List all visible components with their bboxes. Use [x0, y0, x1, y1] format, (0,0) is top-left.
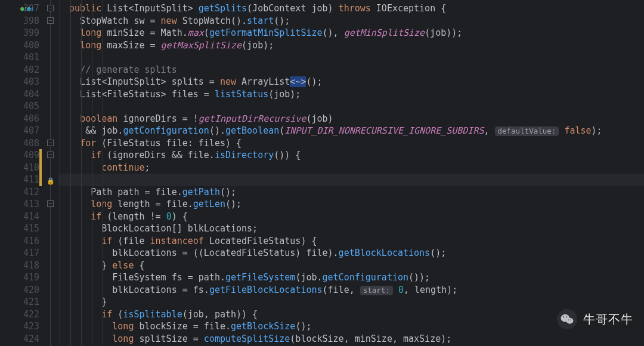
code-token: getLen [193, 199, 225, 209]
indent-guide [70, 0, 71, 346]
code-line[interactable] [58, 51, 644, 64]
vcs-change-markers[interactable]: ●↑●↓ [20, 3, 34, 16]
line-number[interactable]: 414 [0, 211, 39, 223]
line-number[interactable]: 401 [0, 51, 39, 64]
code-token: && job. [58, 125, 123, 136]
watermark: 牛哥不牛 [557, 309, 633, 329]
line-number[interactable]: 422 [0, 308, 39, 321]
line-number[interactable]: 410 [0, 162, 39, 174]
code-token: (job); [242, 40, 274, 51]
line-number[interactable]: 413 [0, 198, 39, 211]
vcs-incoming-icon[interactable]: ●↑ [20, 5, 27, 13]
code-token: getMaxSplitSize [161, 40, 242, 51]
line-number[interactable]: 399 [0, 27, 39, 39]
line-number[interactable]: 421 [0, 296, 39, 308]
code-line[interactable]: } else { [58, 260, 644, 272]
code-token: continue [101, 162, 144, 173]
code-line[interactable]: blkLocations = ((LocatedFileStatus) file… [58, 247, 644, 260]
code-line[interactable]: List<FileStatus> files = listStatus(job)… [58, 88, 644, 101]
code-token [58, 211, 91, 222]
code-line[interactable] [58, 100, 644, 113]
code-token: blkLocations = ((LocatedFileStatus) file… [58, 248, 339, 258]
code-line[interactable]: if (ignoreDirs && file.isDirectory()) { [58, 149, 644, 162]
code-token: throws [339, 3, 376, 14]
line-number[interactable]: 409 [0, 149, 39, 162]
code-editor[interactable]: ●↑●↓ 39739839940040140240340440540640740… [0, 0, 644, 346]
code-token: long [112, 321, 139, 332]
code-token: getPath [182, 187, 220, 197]
line-number[interactable]: 400 [0, 39, 39, 52]
line-number[interactable]: 411 [0, 174, 39, 186]
line-number[interactable]: 424 [0, 333, 39, 345]
vcs-outgoing-icon[interactable]: ●↓ [27, 5, 33, 13]
line-number[interactable]: 419 [0, 271, 39, 284]
code-line[interactable]: continue; [58, 162, 644, 174]
code-line[interactable]: FileSystem fs = path.getFileSystem(job.g… [58, 271, 644, 284]
code-line[interactable]: // generate splits [58, 64, 644, 76]
line-number[interactable]: 415 [0, 223, 39, 235]
code-token: ( [279, 125, 284, 136]
svg-point-4 [568, 320, 569, 321]
code-line[interactable]: long blockSize = file.getBlockSize(); [58, 320, 644, 333]
code-line[interactable]: BlockLocation[] blkLocations; [58, 223, 644, 235]
line-number[interactable]: 420 [0, 284, 39, 296]
code-token: 0 [166, 211, 172, 222]
code-token: long [112, 333, 139, 344]
lock-icon: 🔒 [47, 175, 55, 188]
code-line[interactable]: Path path = file.getPath(); [58, 186, 644, 199]
param-hint: defaultValue: [495, 126, 559, 136]
line-number[interactable]: 407 [0, 125, 39, 137]
code-token: (); [225, 199, 242, 209]
code-line[interactable]: blkLocations = fs.getFileBlockLocations(… [58, 284, 644, 296]
code-line[interactable]: long minSize = Math.max(getFormatMinSpli… [58, 27, 644, 39]
fold-toggle[interactable]: − [47, 5, 54, 11]
line-number[interactable]: 406 [0, 113, 39, 125]
code-token: ()); [408, 272, 430, 283]
fold-toggle[interactable]: − [47, 140, 54, 146]
code-token [58, 113, 80, 124]
code-token: List<FileStatus> files = [58, 89, 215, 100]
code-token: (job. [295, 272, 322, 283]
code-token: computeSplitSize [204, 333, 290, 344]
line-number[interactable]: 416 [0, 235, 39, 248]
line-number[interactable]: 405 [0, 100, 39, 113]
fold-toggle[interactable]: − [47, 200, 54, 207]
code-area[interactable]: public List<InputSplit> getSplits(JobCon… [58, 0, 644, 346]
line-number-gutter[interactable]: 3973983994004014024034044054064074084094… [0, 0, 43, 346]
code-line[interactable]: List<InputSplit> splits = new ArrayList<… [58, 76, 644, 88]
fold-toggle[interactable]: − [47, 152, 54, 158]
fold-column[interactable]: −−−−−🔒 [43, 0, 58, 346]
code-line[interactable]: long length = file.getLen(); [58, 198, 644, 211]
code-line[interactable]: if (length != 0) { [58, 211, 644, 223]
code-line[interactable]: for (FileStatus file: files) { [58, 137, 644, 150]
code-token: boolean [80, 113, 123, 124]
line-number[interactable]: 412 [0, 186, 39, 199]
code-line[interactable]: public List<InputSplit> getSplits(JobCon… [58, 2, 644, 15]
line-number[interactable]: 403 [0, 76, 39, 88]
code-token: { [139, 260, 144, 271]
line-number[interactable]: 408 [0, 137, 39, 150]
code-token [58, 236, 101, 246]
fold-toggle[interactable]: − [47, 17, 54, 24]
line-number[interactable]: 418 [0, 260, 39, 272]
line-number[interactable]: 417 [0, 247, 39, 260]
code-token [58, 64, 80, 75]
code-line[interactable]: long splitSize = computeSplitSize(blockS… [58, 333, 644, 345]
code-line[interactable]: long maxSize = getMaxSplitSize(job); [58, 39, 644, 52]
code-line[interactable]: if (isSplitable(job, path)) { [58, 308, 644, 321]
code-token: (job)); [425, 27, 462, 38]
code-line[interactable]: } [58, 296, 644, 308]
code-line[interactable]: StopWatch sw = new StopWatch().start(); [58, 15, 644, 27]
line-number[interactable]: 404 [0, 88, 39, 101]
code-token: FileSystem fs = path. [58, 272, 225, 283]
code-line[interactable]: && job.getConfiguration().getBoolean(INP… [58, 125, 644, 137]
indent-guide [60, 0, 60, 346]
line-number[interactable]: 402 [0, 64, 39, 76]
code-line[interactable]: if (file instanceof LocatedFileStatus) { [58, 235, 644, 248]
code-line[interactable]: boolean ignoreDirs = !getInputDirRecursi… [58, 113, 644, 125]
line-number[interactable]: 398 [0, 15, 39, 27]
fold-guide-line [50, 0, 51, 346]
code-token: ) { [172, 211, 188, 222]
line-number[interactable]: 423 [0, 320, 39, 333]
code-token: (); [274, 16, 290, 26]
